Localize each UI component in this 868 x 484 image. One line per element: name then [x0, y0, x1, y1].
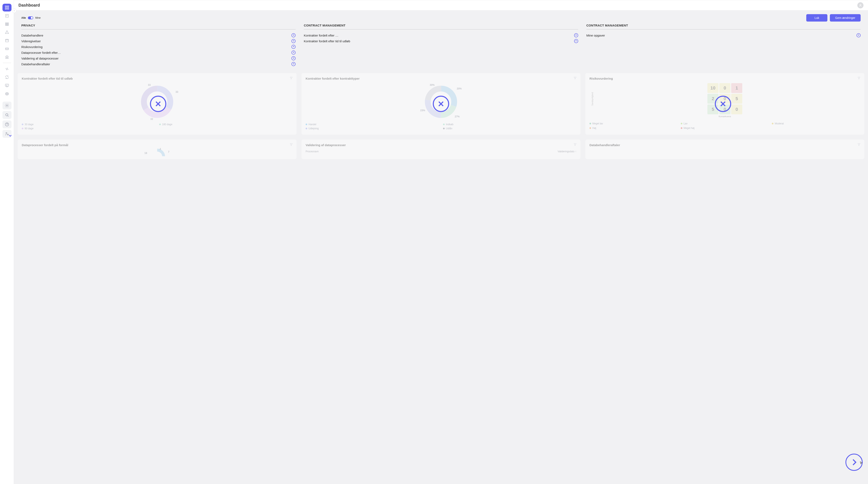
filter-icon[interactable] — [857, 143, 861, 147]
selector-item: Videregivelser — [21, 38, 296, 44]
scope-toggle[interactable] — [28, 17, 33, 19]
add-widget-button[interactable] — [291, 51, 296, 55]
chevron-right-icon — [13, 9, 16, 12]
add-widget-button[interactable] — [291, 39, 296, 43]
svg-rect-1 — [7, 6, 8, 7]
filter-icon[interactable] — [289, 76, 293, 80]
selector-item: Dataprocesser fordelt efter… — [21, 50, 296, 55]
svg-rect-10 — [5, 84, 9, 86]
sidebar — [0, 0, 14, 484]
svg-rect-2 — [5, 8, 6, 9]
header: Dashboard — [14, 0, 868, 10]
svg-point-12 — [5, 114, 8, 116]
monitor-icon — [5, 83, 9, 88]
column-contract-2: CONTRACT MANAGEMENT Mine opgaver — [586, 24, 861, 67]
sidebar-item-balance[interactable] — [2, 90, 11, 97]
svg-point-11 — [6, 105, 8, 106]
add-widget-button[interactable] — [574, 33, 578, 37]
add-widget-button[interactable] — [291, 45, 296, 49]
filter-icon[interactable] — [574, 143, 577, 147]
risk-cell: 0 — [731, 105, 742, 114]
sidebar-item-help[interactable] — [2, 120, 11, 128]
add-widget-button[interactable] — [291, 33, 296, 37]
risk-cell: 5 — [731, 94, 742, 104]
calendar-icon — [5, 38, 9, 43]
sidebar-item-alert[interactable] — [2, 28, 11, 36]
remove-widget-button[interactable] — [150, 96, 166, 112]
risk-cell: 10 — [707, 83, 718, 93]
sidebar-item-calendar[interactable] — [2, 36, 11, 44]
sidebar-item-transfer[interactable] — [2, 65, 11, 73]
widget-selector-columns: PRIVACY Databehandlere Videregivelser Ri… — [18, 24, 864, 73]
svg-rect-5 — [5, 23, 8, 24]
refresh-icon — [5, 75, 9, 80]
svg-rect-3 — [7, 8, 8, 9]
save-button[interactable]: Gem ændringer — [830, 14, 861, 22]
svg-point-14 — [6, 133, 7, 134]
content: Alle Mine Luk Gem ændringer PRIVACY Data… — [14, 10, 868, 484]
sidebar-item-monitor[interactable] — [2, 82, 11, 89]
sidebar-divider — [3, 63, 11, 63]
widget-dataprocesses-purpose: Dataprocesser fordelt på formål 4 18 7 — [18, 140, 297, 159]
alert-triangle-icon — [5, 30, 9, 34]
sidebar-item-dashboard[interactable] — [2, 4, 11, 11]
x-icon — [437, 99, 445, 108]
widget-title: Validering af dataprocesser — [306, 143, 576, 147]
remove-widget-button[interactable] — [715, 96, 731, 112]
svg-rect-0 — [5, 6, 6, 7]
building-icon — [5, 55, 9, 59]
selector-item: Databehandlere — [21, 32, 296, 38]
scope-toggle-group: Alle Mine — [21, 17, 41, 19]
main: Dashboard Alle Mine Luk Gem ændringer — [14, 0, 868, 484]
selector-item: Validering af dataprocesser — [21, 55, 296, 61]
svg-rect-6 — [5, 24, 8, 25]
column-title: PRIVACY — [21, 24, 296, 30]
page-title: Dashboard — [19, 3, 40, 8]
action-buttons: Luk Gem ændringer — [806, 14, 861, 22]
sidebar-expand-button[interactable] — [12, 8, 17, 13]
filter-icon[interactable] — [857, 76, 861, 80]
selector-item: Mine opgaver — [586, 32, 861, 38]
close-button[interactable]: Luk — [806, 14, 827, 22]
column-privacy: PRIVACY Databehandlere Videregivelser Ri… — [21, 24, 296, 67]
sidebar-item-admin[interactable] — [2, 130, 11, 138]
sidebar-item-refresh[interactable] — [2, 73, 11, 81]
sidebar-item-search[interactable] — [2, 111, 11, 119]
widget-title: Databehandleraftaler — [589, 143, 860, 147]
filter-icon[interactable] — [289, 143, 293, 147]
column-contract-1: CONTRACT MANAGEMENT Kontrakter fordelt e… — [304, 24, 578, 67]
add-widget-button[interactable] — [857, 33, 861, 37]
avatar[interactable] — [857, 2, 864, 8]
swap-icon — [5, 67, 9, 71]
column-title: CONTRACT MANAGEMENT — [304, 24, 578, 30]
scales-icon — [5, 91, 9, 96]
toggle-label-all: Alle — [21, 17, 26, 19]
table-column-date[interactable]: Valideringsdato ↑ — [558, 150, 576, 153]
sidebar-item-list[interactable] — [2, 20, 11, 28]
add-widget-button[interactable] — [574, 39, 578, 43]
cursor-icon — [859, 461, 863, 465]
sidebar-item-note[interactable] — [2, 12, 11, 20]
svg-point-25 — [151, 150, 164, 156]
selector-item: Kontrakter fordelt efter … — [304, 32, 578, 38]
column-title: CONTRACT MANAGEMENT — [586, 24, 861, 30]
user-icon — [859, 3, 862, 7]
remove-widget-button[interactable] — [433, 96, 449, 112]
svg-rect-8 — [5, 39, 8, 42]
sidebar-item-archive[interactable] — [2, 53, 11, 61]
grid-icon — [5, 5, 9, 10]
chevron-right-icon — [850, 458, 858, 466]
sidebar-item-inbox[interactable] — [2, 45, 11, 53]
x-icon — [154, 99, 162, 108]
add-widget-button[interactable] — [291, 56, 296, 60]
selector-item: Databehandleraftaler — [21, 61, 296, 67]
widget-title: Risikovurdering — [589, 77, 860, 80]
filter-icon[interactable] — [574, 76, 577, 80]
svg-point-16 — [860, 4, 861, 5]
widget-validation: Validering af dataprocesser Procesnavn V… — [302, 140, 581, 159]
editor-topbar: Alle Mine Luk Gem ændringer — [18, 14, 864, 24]
inbox-icon — [5, 47, 9, 51]
add-widget-button[interactable] — [291, 62, 296, 66]
note-icon — [5, 13, 9, 18]
sidebar-item-settings[interactable] — [2, 102, 11, 109]
